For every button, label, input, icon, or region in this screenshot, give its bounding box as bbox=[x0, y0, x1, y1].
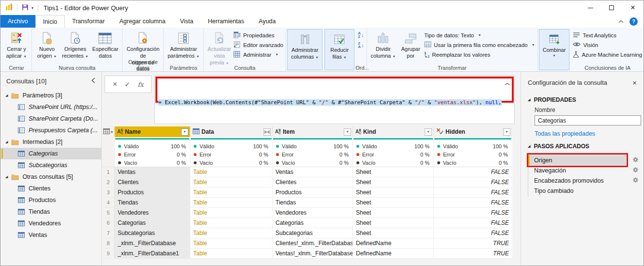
refresh-preview-button[interactable]: Actualizar vista previa▼ bbox=[206, 30, 232, 67]
column-header-hidden[interactable]: Hidden▼ bbox=[434, 126, 512, 137]
save-icon[interactable] bbox=[22, 4, 29, 12]
cell-data[interactable]: Table bbox=[190, 177, 273, 188]
cancel-formula-icon[interactable]: × bbox=[113, 80, 117, 89]
tab-agregar-columna[interactable]: Agregar columna bbox=[112, 15, 172, 28]
sidebar-item-otras-consultas-5[interactable]: ◢Otras consultas [5] bbox=[0, 171, 101, 183]
applied-step-tipo-cambiado[interactable]: Tipo cambiado bbox=[528, 186, 626, 196]
cell-hidden: FALSE bbox=[434, 218, 512, 228]
tab-inicio[interactable]: Inicio bbox=[35, 15, 65, 28]
quick-access-caret-icon[interactable]: ▾ bbox=[31, 6, 33, 10]
table-row[interactable]: 5VendedoresTableVendedoresSheetFALSE bbox=[102, 208, 513, 218]
fx-icon[interactable]: fx bbox=[138, 81, 143, 88]
query-name-input[interactable] bbox=[535, 115, 641, 125]
help-icon[interactable]: ? bbox=[629, 17, 638, 26]
replace-values-button[interactable]: 1↳2 Reemplazar los valores bbox=[424, 50, 535, 59]
use-first-row-headers-button[interactable]: Usar la primera fila como encabezado ▼ bbox=[424, 41, 535, 49]
cell-data[interactable]: Table bbox=[190, 188, 273, 198]
manage-columns-button[interactable]: Administrar columnas▼ bbox=[290, 31, 320, 62]
cell-data[interactable]: Table bbox=[190, 208, 273, 218]
vision-button[interactable]: Visión bbox=[573, 41, 642, 49]
formula-bar[interactable]: = Excel.Workbook(Web.Contents(#"SharePoi… bbox=[154, 76, 515, 124]
column-header-name[interactable]: ABCName▼ bbox=[115, 126, 190, 137]
applied-step-navegaci-n[interactable]: Navegación bbox=[528, 165, 626, 175]
table-row[interactable]: 7SubcategoriasTableSubcategoriasSheetFAL… bbox=[102, 228, 513, 238]
column-header-data[interactable]: Data bbox=[190, 126, 273, 137]
split-column-button[interactable]: Dividir columna▼ bbox=[369, 30, 398, 61]
group-by-button[interactable]: Agrupar por bbox=[398, 30, 423, 61]
sidebar-item-tiendas[interactable]: Tiendas bbox=[0, 206, 101, 218]
step-settings-gear-icon[interactable] bbox=[632, 156, 639, 164]
sidebar-item-sharepoint-url-https[interactable]: SharePoint URL (https:/... bbox=[0, 101, 101, 113]
tab-transformar[interactable]: Transformar bbox=[65, 15, 112, 28]
commit-formula-icon[interactable]: ✓ bbox=[124, 80, 130, 88]
column-filter-button[interactable]: ▼ bbox=[344, 128, 351, 136]
azure-ml-button[interactable]: Azure Machine Learning bbox=[573, 50, 642, 59]
minimize-button[interactable] bbox=[580, 0, 601, 15]
applied-step-origen[interactable]: Origen bbox=[528, 155, 626, 165]
collapse-ribbon-icon[interactable] bbox=[618, 18, 624, 25]
collapse-panel-icon[interactable] bbox=[91, 78, 95, 85]
all-properties-link[interactable]: Todas las propiedades bbox=[535, 130, 595, 137]
applied-steps-section-header[interactable]: ◢ PASOS APLICADOS bbox=[521, 139, 644, 153]
close-panel-icon[interactable]: × bbox=[632, 78, 637, 87]
sidebar-item-intermedias-2[interactable]: ◢Intermedias [2] bbox=[0, 136, 101, 148]
cell-data[interactable]: Table bbox=[190, 249, 273, 259]
expand-triangle-icon[interactable]: ◢ bbox=[5, 140, 8, 144]
table-row[interactable]: 4TiendasTableTiendasSheetFALSE bbox=[102, 198, 513, 208]
step-settings-gear-icon[interactable] bbox=[632, 167, 639, 174]
sidebar-item-categorias[interactable]: Categorias bbox=[0, 148, 101, 159]
close-button[interactable]: × bbox=[622, 0, 644, 15]
table-row[interactable]: 9_xlnm._FilterDatabase1TableVentas!_xlnm… bbox=[102, 249, 513, 259]
expand-column-button[interactable] bbox=[263, 128, 271, 136]
close-and-apply-button[interactable]: Cerrar y aplicar▼ bbox=[4, 30, 29, 61]
manage-button[interactable]: Administrar ▼ bbox=[233, 50, 283, 59]
column-filter-button[interactable]: ▼ bbox=[181, 128, 188, 136]
cell-data[interactable]: Table bbox=[190, 238, 273, 249]
cell-data[interactable]: Table bbox=[190, 167, 273, 177]
recent-sources-button[interactable]: Orígenes recientes▼ bbox=[61, 30, 90, 61]
cell-data[interactable]: Table bbox=[190, 218, 273, 228]
sidebar-item-par-metros-3[interactable]: ◢Parámetros [3] bbox=[0, 90, 101, 101]
sidebar-item-ventas[interactable]: Ventas bbox=[0, 229, 101, 241]
applied-step-encabezados-promovidos[interactable]: Encabezados promovidos bbox=[528, 175, 626, 186]
table-row[interactable]: 3ProductosTableProductosSheetFALSE bbox=[102, 188, 513, 198]
table-row[interactable]: 2ClientesTableClientesSheetFALSE bbox=[102, 177, 513, 188]
enter-data-button[interactable]: Especificar datos bbox=[91, 30, 120, 61]
cell-data[interactable]: Table bbox=[190, 198, 273, 208]
tab-archivo[interactable]: Archivo bbox=[0, 15, 35, 28]
reduce-rows-button[interactable]: Reducir filas▼ bbox=[327, 31, 352, 62]
properties-section-header[interactable]: ◢ PROPIEDADES bbox=[521, 93, 644, 107]
new-source-button[interactable]: Nuevo origen▼ bbox=[34, 30, 60, 61]
text-analytics-button[interactable]: Text Analytics bbox=[573, 31, 642, 39]
cell-data[interactable]: Table bbox=[190, 228, 273, 238]
step-settings-gear-icon[interactable] bbox=[632, 177, 639, 185]
column-header-kind[interactable]: ABCKind▼ bbox=[353, 126, 434, 137]
table-corner-button[interactable]: ▼ bbox=[102, 126, 115, 137]
collapse-formula-icon[interactable] bbox=[505, 80, 510, 87]
column-header-item[interactable]: ABCItem▼ bbox=[273, 126, 353, 137]
sidebar-item-presupuestos-carpeta[interactable]: Presupuestos Carpeta (... bbox=[0, 125, 101, 136]
combine-button[interactable]: Combinar▼ bbox=[541, 31, 567, 59]
column-filter-button[interactable]: ▼ bbox=[425, 128, 432, 136]
sidebar-item-vendedores[interactable]: Vendedores bbox=[0, 218, 101, 229]
tab-herramientas[interactable]: Herramientas bbox=[200, 15, 251, 28]
table-row[interactable]: 8_xlnm._FilterDatabaseTableClientes!_xln… bbox=[102, 238, 513, 249]
tab-ayuda[interactable]: Ayuda bbox=[251, 15, 283, 28]
sidebar-item-subcategorias[interactable]: Subcategorias bbox=[0, 159, 101, 171]
sidebar-item-sharepoint-carpeta-do[interactable]: SharePoint Carpeta (Do... bbox=[0, 113, 101, 125]
sort-descending-button[interactable]: ZA↓ bbox=[358, 41, 364, 48]
maximize-button[interactable] bbox=[601, 0, 622, 15]
advanced-editor-button[interactable]: Editor avanzado bbox=[233, 41, 283, 49]
column-filter-button[interactable]: ▼ bbox=[503, 128, 510, 136]
table-row[interactable]: 1VentasTableVentasSheetFALSE bbox=[102, 167, 513, 177]
tab-vista[interactable]: Vista bbox=[173, 15, 201, 28]
sidebar-item-productos[interactable]: Productos bbox=[0, 194, 101, 206]
expand-triangle-icon[interactable]: ◢ bbox=[5, 94, 8, 97]
manage-parameters-button[interactable]: Administrar parámetros▼ bbox=[166, 30, 201, 61]
properties-button[interactable]: Propiedades bbox=[233, 31, 283, 39]
data-type-button[interactable]: Tipo de datos: Texto ▼ bbox=[424, 31, 535, 39]
sidebar-item-clientes[interactable]: Clientes bbox=[0, 183, 101, 194]
sort-ascending-button[interactable]: AZ↓ bbox=[358, 31, 364, 38]
expand-triangle-icon[interactable]: ◢ bbox=[5, 175, 8, 179]
table-row[interactable]: 6CategoriasTableCategoriasSheetFALSE bbox=[102, 218, 513, 228]
